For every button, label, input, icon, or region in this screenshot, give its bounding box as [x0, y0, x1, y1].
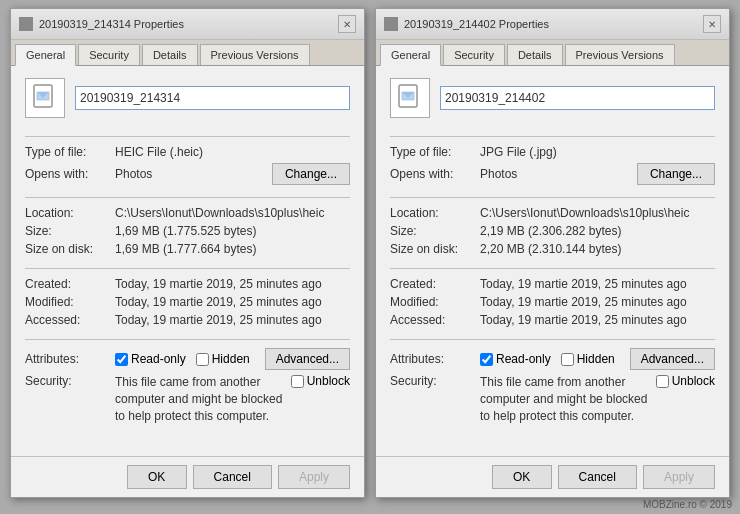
- opens-with-row-1: Opens with: Photos Change...: [25, 163, 350, 185]
- size-disk-label-2: Size on disk:: [390, 242, 480, 256]
- size-disk-row-2: Size on disk: 2,20 MB (2.310.144 bytes): [390, 242, 715, 256]
- unblock-checkbox-2[interactable]: Unblock: [656, 374, 715, 388]
- close-button-1[interactable]: ✕: [338, 15, 356, 33]
- attributes-label-1: Attributes:: [25, 352, 115, 366]
- sep-1d: [25, 339, 350, 340]
- size-disk-value-2: 2,20 MB (2.310.144 bytes): [480, 242, 715, 256]
- advanced-button-2[interactable]: Advanced...: [630, 348, 715, 370]
- footer-1: OK Cancel Apply: [11, 456, 364, 497]
- accessed-value-1: Today, 19 martie 2019, 25 minutes ago: [115, 313, 350, 327]
- created-value-1: Today, 19 martie 2019, 25 minutes ago: [115, 277, 350, 291]
- location-value-1: C:\Users\Ionut\Downloads\s10plus\heic: [115, 206, 350, 220]
- location-label-2: Location:: [390, 206, 480, 220]
- footer-2: OK Cancel Apply: [376, 456, 729, 497]
- attributes-row-2: Attributes: Read-only Hidden Advanced...: [390, 348, 715, 370]
- created-value-2: Today, 19 martie 2019, 25 minutes ago: [480, 277, 715, 291]
- readonly-checkbox-1[interactable]: Read-only: [115, 352, 186, 366]
- tab-2-security[interactable]: Security: [443, 44, 505, 65]
- change-button-1[interactable]: Change...: [272, 163, 350, 185]
- apply-button-1[interactable]: Apply: [278, 465, 350, 489]
- ok-button-2[interactable]: OK: [492, 465, 552, 489]
- dialog-1: 20190319_214314 Properties ✕ General Sec…: [10, 8, 365, 498]
- dialog-2-title: 20190319_214402 Properties: [404, 18, 549, 30]
- hidden-checkbox-1[interactable]: Hidden: [196, 352, 250, 366]
- modified-label-2: Modified:: [390, 295, 480, 309]
- readonly-input-1[interactable]: [115, 353, 128, 366]
- advanced-button-1[interactable]: Advanced...: [265, 348, 350, 370]
- size-disk-value-1: 1,69 MB (1.777.664 bytes): [115, 242, 350, 256]
- filename-input-1[interactable]: [75, 86, 350, 110]
- filetype-label-2: Type of file:: [390, 145, 480, 159]
- tab-1-security[interactable]: Security: [78, 44, 140, 65]
- sep-2d: [390, 339, 715, 340]
- hidden-input-2[interactable]: [561, 353, 574, 366]
- size-row-1: Size: 1,69 MB (1.775.525 bytes): [25, 224, 350, 238]
- size-value-1: 1,69 MB (1.775.525 bytes): [115, 224, 350, 238]
- accessed-row-1: Accessed: Today, 19 martie 2019, 25 minu…: [25, 313, 350, 327]
- tab-2-previous-versions[interactable]: Previous Versions: [565, 44, 675, 65]
- attributes-row-1: Attributes: Read-only Hidden Advanced...: [25, 348, 350, 370]
- cancel-button-2[interactable]: Cancel: [558, 465, 637, 489]
- file-icon-1: [25, 78, 65, 118]
- sep-1a: [25, 136, 350, 137]
- hidden-checkbox-2[interactable]: Hidden: [561, 352, 615, 366]
- filetype-row-2: Type of file: JPG File (.jpg): [390, 145, 715, 159]
- accessed-row-2: Accessed: Today, 19 martie 2019, 25 minu…: [390, 313, 715, 327]
- size-disk-row-1: Size on disk: 1,69 MB (1.777.664 bytes): [25, 242, 350, 256]
- size-disk-label-1: Size on disk:: [25, 242, 115, 256]
- file-header-2: [390, 78, 715, 118]
- size-label-2: Size:: [390, 224, 480, 238]
- readonly-checkbox-2[interactable]: Read-only: [480, 352, 551, 366]
- sep-1c: [25, 268, 350, 269]
- location-row-2: Location: C:\Users\Ionut\Downloads\s10pl…: [390, 206, 715, 220]
- created-label-1: Created:: [25, 277, 115, 291]
- size-label-1: Size:: [25, 224, 115, 238]
- unblock-checkbox-1[interactable]: Unblock: [291, 374, 350, 388]
- attributes-label-2: Attributes:: [390, 352, 480, 366]
- cancel-button-1[interactable]: Cancel: [193, 465, 272, 489]
- tab-2-general[interactable]: General: [380, 44, 441, 66]
- sep-2c: [390, 268, 715, 269]
- accessed-value-2: Today, 19 martie 2019, 25 minutes ago: [480, 313, 715, 327]
- apply-button-2[interactable]: Apply: [643, 465, 715, 489]
- tab-1-general[interactable]: General: [15, 44, 76, 66]
- dialog-2: 20190319_214402 Properties ✕ General Sec…: [375, 8, 730, 498]
- created-row-1: Created: Today, 19 martie 2019, 25 minut…: [25, 277, 350, 291]
- opens-with-label-1: Opens with:: [25, 167, 115, 181]
- ok-button-1[interactable]: OK: [127, 465, 187, 489]
- attr-items-1: Read-only Hidden Advanced...: [115, 348, 350, 370]
- security-label-1: Security:: [25, 374, 115, 388]
- security-text-2: This file came from another computer and…: [480, 374, 648, 424]
- opens-with-value-2: Photos: [480, 167, 629, 181]
- dialog-1-title: 20190319_214314 Properties: [39, 18, 184, 30]
- title-icon-2: [384, 17, 398, 31]
- tab-1-details[interactable]: Details: [142, 44, 198, 65]
- filename-input-2[interactable]: [440, 86, 715, 110]
- filetype-value-1: HEIC File (.heic): [115, 145, 350, 159]
- readonly-input-2[interactable]: [480, 353, 493, 366]
- content-1: Type of file: HEIC File (.heic) Opens wi…: [11, 66, 364, 456]
- title-icon-1: [19, 17, 33, 31]
- tab-1-previous-versions[interactable]: Previous Versions: [200, 44, 310, 65]
- sep-2b: [390, 197, 715, 198]
- opens-with-label-2: Opens with:: [390, 167, 480, 181]
- unblock-input-2[interactable]: [656, 375, 669, 388]
- size-row-2: Size: 2,19 MB (2.306.282 bytes): [390, 224, 715, 238]
- modified-label-1: Modified:: [25, 295, 115, 309]
- sep-1b: [25, 197, 350, 198]
- unblock-input-1[interactable]: [291, 375, 304, 388]
- unblock-box-1: Unblock: [291, 374, 350, 388]
- location-label-1: Location:: [25, 206, 115, 220]
- tab-2-details[interactable]: Details: [507, 44, 563, 65]
- tabs-2: General Security Details Previous Versio…: [376, 40, 729, 66]
- hidden-input-1[interactable]: [196, 353, 209, 366]
- title-bar-1: 20190319_214314 Properties ✕: [11, 9, 364, 40]
- file-svg-2: [396, 84, 424, 112]
- security-label-2: Security:: [390, 374, 480, 388]
- title-bar-2: 20190319_214402 Properties ✕: [376, 9, 729, 40]
- security-text-1: This file came from another computer and…: [115, 374, 283, 424]
- close-button-2[interactable]: ✕: [703, 15, 721, 33]
- change-button-2[interactable]: Change...: [637, 163, 715, 185]
- watermark: MOBZine.ro © 2019: [643, 499, 732, 510]
- filetype-row-1: Type of file: HEIC File (.heic): [25, 145, 350, 159]
